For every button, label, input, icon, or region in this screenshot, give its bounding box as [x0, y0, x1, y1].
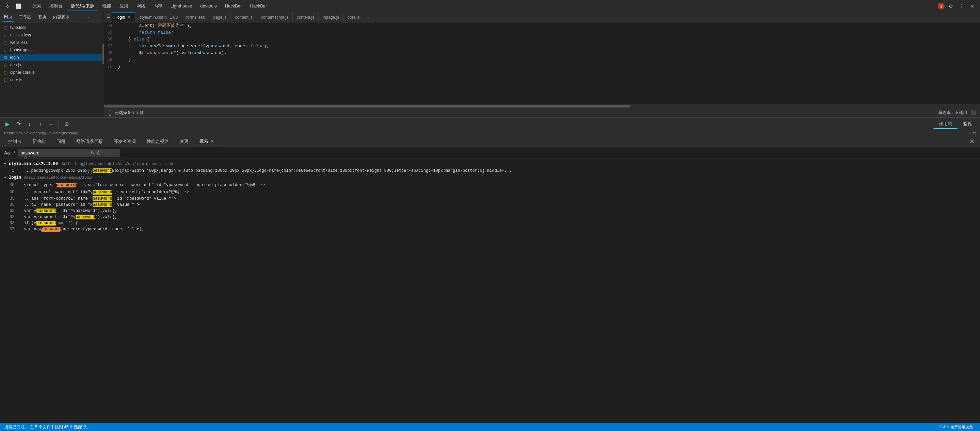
tab-workspace[interactable]: 工作区	[18, 13, 33, 21]
file-item-cipher-core-js[interactable]: ▢ cipher-core.js	[0, 69, 102, 76]
search-bar: Aa .* ↻ ⊘	[0, 147, 980, 159]
result-line-login-63[interactable]: 63 if (ypassword == '') {	[0, 220, 980, 226]
menu-lighthouse[interactable]: Lighthouse	[167, 2, 196, 10]
menu-memory[interactable]: 内存	[150, 2, 166, 11]
menu-performance[interactable]: 性能	[99, 2, 115, 11]
top-toolbar: ⊹ ⬜ 元素 控制台 源代码/来源 性能 应用 网络 内存 Lighthouse…	[0, 0, 980, 12]
editor-tab-page-js[interactable]: page.js	[209, 12, 231, 22]
inspect-icon[interactable]: ⬜	[14, 2, 23, 11]
callstack-position: 618:;	[968, 131, 976, 135]
tab-dev-resources[interactable]: 开发者资源	[108, 137, 141, 146]
callstack-info: Return new Validator(cfg)/Validator(mess…	[4, 131, 80, 135]
code-line-65: 65 return false;	[104, 29, 980, 36]
file-item-core-js[interactable]: ▢ core.js	[0, 76, 102, 84]
code-editor: ☰ login ✕ style.min.css?v=1.00 forms.les…	[104, 12, 980, 117]
editor-tab-contentscript-js[interactable]: contentscript.js	[257, 12, 293, 22]
result-line-login-30a[interactable]: 30 <input type="password" class="form-co…	[0, 181, 980, 189]
tab-content-script[interactable]: 内容脚本	[52, 13, 71, 21]
editor-tab-content-js-1[interactable]: content.js	[231, 12, 257, 22]
deactivate-breakpoints-btn[interactable]: ⊘	[62, 119, 71, 129]
file-tree-content: ▢ type.less ▢ utilities.less ▢ wells.les…	[0, 22, 102, 117]
search-input-wrap: ↻ ⊘	[18, 149, 120, 157]
file-item-type-less[interactable]: ▢ type.less	[0, 24, 102, 31]
menu-console[interactable]: 控制台	[46, 2, 66, 11]
more-icon[interactable]: ⋮	[957, 2, 966, 11]
tab-changes[interactable]: 变更	[174, 137, 194, 146]
tab-webpage[interactable]: 网页	[3, 13, 14, 22]
tab-network-block[interactable]: 网络请求屏蔽	[71, 137, 108, 146]
tabs-menu-icon[interactable]: ⋮	[95, 15, 99, 20]
tab-new-features[interactable]: 新功能	[27, 137, 51, 146]
step-btn[interactable]: →	[46, 119, 56, 129]
debug-toolbar: ▶ ↷ ↓ ↑ → ⊘ 作用域 监视	[0, 118, 980, 130]
result-line-login-62b[interactable]: 62 var ypassword = $("#ypassword").val()…	[0, 214, 980, 220]
bottom-tabs-row: 控制台 新功能 问题 网络请求屏蔽 开发者资源 性能监视器 变更 搜索 ✕ ✕	[0, 136, 980, 147]
monitor-tab[interactable]: 监视	[958, 119, 977, 129]
code-line-64: 64 alert("密码不能为空");	[104, 22, 980, 29]
tab-replace[interactable]: 替换	[37, 13, 48, 21]
tab-perf-monitor[interactable]: 性能监视器	[141, 137, 174, 146]
hscroll-thumb[interactable]	[104, 105, 630, 108]
result-line-login-62a[interactable]: 62 var ypassword = $("#ypassword").val()…	[0, 208, 980, 214]
result-line-1[interactable]: 1 ...padding:100px 20px 20px}.passwordBo…	[0, 168, 980, 174]
code-content[interactable]: 64 alert("密码不能为空"); 65 return false; 66 …	[104, 22, 980, 104]
search-regex-btn[interactable]: .*	[13, 151, 16, 155]
file-item-wells-less[interactable]: ▢ wells.less	[0, 39, 102, 46]
menu-sources[interactable]: 源代码/来源	[67, 2, 98, 11]
close-search-tab-icon[interactable]: ✕	[210, 138, 215, 144]
tab-issues[interactable]: 问题	[51, 137, 71, 146]
toggle-sidebar-icon[interactable]: ☰	[104, 12, 112, 21]
clear-search-icon[interactable]: ⊘	[97, 150, 101, 155]
menu-devtools[interactable]: devtools	[197, 2, 220, 10]
editor-tabs: ☰ login ✕ style.min.css?v=1.00 forms.les…	[104, 12, 980, 22]
error-count-badge[interactable]: 1	[938, 3, 945, 10]
close-panel-btn[interactable]: ✕	[967, 138, 977, 145]
result-line-login-35b[interactable]: 35 ...ol" name="password" id="xpassword"…	[0, 202, 980, 208]
result-group-style-css[interactable]: ▼ style.min.css?v=1.00 daili.langjie99.c…	[0, 160, 980, 168]
cursor-icon[interactable]: ⊹	[3, 2, 12, 11]
editor-tab-core-js[interactable]: core.js	[344, 12, 364, 22]
step-over-btn[interactable]: ↷	[14, 119, 23, 129]
settings-icon[interactable]: ⚙	[946, 2, 956, 11]
editor-tab-inpage-js[interactable]: inpage.js	[318, 12, 344, 22]
refresh-search-icon[interactable]: ↻	[91, 150, 95, 155]
editor-tab-content-js-2[interactable]: content.js	[293, 12, 318, 22]
search-case-sensitive-btn[interactable]: Aa	[4, 151, 10, 155]
step-into-btn[interactable]: ↓	[24, 119, 34, 129]
tabs-overflow-icon[interactable]: »	[364, 12, 372, 22]
code-line-67: 67 var newPassword = secret(ypassword, c…	[104, 43, 980, 50]
file-item-aes-js[interactable]: ▢ aes.js	[0, 61, 102, 69]
file-item-login[interactable]: □ login	[0, 54, 102, 61]
menu-network[interactable]: 网络	[133, 2, 149, 11]
menu-hackbar-2[interactable]: HackBar	[247, 2, 270, 10]
coverage-status: 覆盖率：不适用 ⬛	[939, 110, 976, 116]
result-group-login[interactable]: ▼ login daili.langjie99.com/admin/login	[0, 174, 980, 181]
coverage-icon[interactable]: ⬛	[971, 110, 976, 115]
js-file-icon-2: ▢	[3, 70, 8, 75]
result-line-login-30b[interactable]: 30 ...-control pword m-b" id="ypassword"…	[0, 189, 980, 196]
editor-tab-style[interactable]: style.min.css?v=1.00	[135, 12, 182, 22]
result-line-login-67[interactable]: 67 var newPassword = secret(ypassword, c…	[0, 226, 980, 232]
editor-tab-forms-less[interactable]: forms.less	[182, 12, 209, 22]
file-item-utilities-less[interactable]: ▢ utilities.less	[0, 31, 102, 39]
group-arrow-icon-2: ▼	[4, 176, 6, 180]
menu-hackbar-1[interactable]: HackBar	[221, 2, 245, 10]
result-line-login-35a[interactable]: 35 ...ass="form-control" name="password"…	[0, 196, 980, 202]
close-tab-login[interactable]: ✕	[127, 14, 131, 20]
scope-tab[interactable]: 作用域	[933, 119, 958, 129]
tab-console[interactable]: 控制台	[3, 137, 27, 146]
tab-search[interactable]: 搜索 ✕	[194, 137, 220, 146]
editor-tab-login[interactable]: login ✕	[112, 12, 135, 22]
format-icon[interactable]: {}	[108, 110, 112, 116]
tabs-more-btn[interactable]: »	[87, 15, 89, 20]
step-out-btn[interactable]: ↑	[35, 119, 45, 129]
bottom-status-bar: 搜索已完成。 在 5 个文件中找到 45 个匹配行。 CSDN 免费提示次元..…	[0, 423, 980, 431]
resume-btn[interactable]: ▶	[3, 119, 12, 129]
file-item-bootstrap-css[interactable]: ▢ bootstrap.css	[0, 46, 102, 54]
menu-elements[interactable]: 元素	[29, 2, 45, 11]
search-results: ▼ style.min.css?v=1.00 daili.langjie99.c…	[0, 159, 980, 423]
horizontal-scrollbar[interactable]	[104, 104, 980, 108]
search-input[interactable]	[21, 151, 89, 155]
menu-application[interactable]: 应用	[116, 2, 132, 11]
close-devtools-icon[interactable]: ✕	[968, 2, 977, 11]
